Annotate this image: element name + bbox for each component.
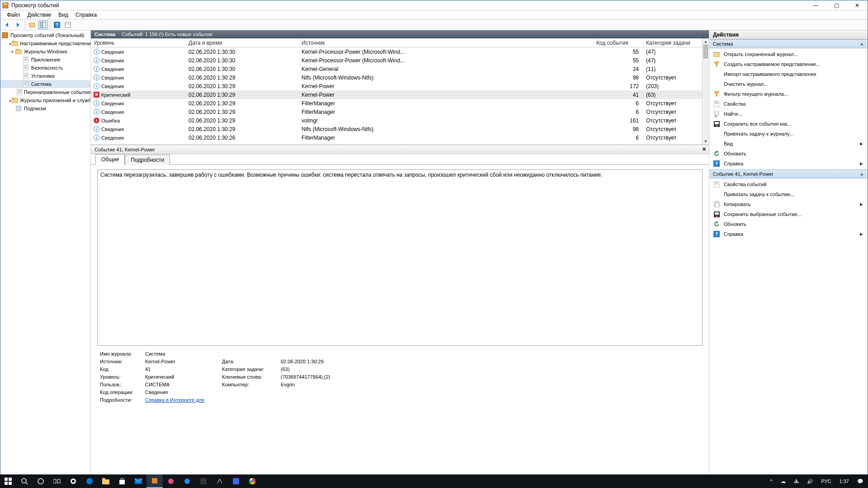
action-item[interactable]: Привязать задачу к событию...	[709, 189, 868, 199]
col-source[interactable]: Источник	[299, 38, 594, 47]
tree-item[interactable]: Система	[0, 80, 90, 88]
action-item[interactable]: Импорт настраиваемого представления	[709, 69, 868, 79]
action-item[interactable]: Копировать▶	[709, 199, 868, 209]
action-item[interactable]: Очистить журнал...	[709, 79, 868, 89]
tray-language[interactable]: РУС	[819, 479, 834, 484]
taskbar-app-8[interactable]	[195, 474, 212, 488]
table-row[interactable]: !Ошибка02.06.2020 1:30:29volmgr161Отсутс…	[91, 116, 702, 125]
menu-file[interactable]: Файл	[3, 11, 24, 19]
action-item[interactable]: Сохранить все события как...	[709, 119, 868, 129]
action-label: Обновить	[724, 221, 746, 227]
tray-network-icon[interactable]: 🖧	[791, 479, 802, 484]
maximize-button[interactable]: ▢	[826, 0, 847, 10]
action-item[interactable]: Свойства событий	[709, 179, 868, 189]
taskbar-chrome[interactable]	[244, 474, 260, 488]
action-label: Обновить	[724, 151, 746, 156]
actions-section-system[interactable]: Система ▲	[709, 39, 868, 48]
tree-item[interactable]: Безопасность	[0, 64, 90, 72]
close-button[interactable]: ✕	[847, 0, 868, 10]
tray-volume-icon[interactable]: 🔊	[804, 479, 816, 484]
action-item[interactable]: ?Справка▶	[709, 229, 868, 239]
tree-item[interactable]: ▾Журналы Windows	[0, 47, 90, 56]
tree-item[interactable]: Установка	[0, 72, 90, 80]
taskbar-store[interactable]	[114, 474, 130, 488]
action-item[interactable]: Создать настраиваемое представление...	[709, 59, 868, 69]
action-item[interactable]: Открыть сохраненный журнал...	[709, 49, 868, 59]
tree-root[interactable]: Просмотр событий (Локальный)	[0, 31, 90, 39]
svg-rect-14	[23, 56, 28, 63]
table-row[interactable]: iСведения02.06.2020 1:30:30Kernel-Proces…	[91, 56, 702, 65]
prop-label: Дата:	[222, 359, 276, 364]
search-button[interactable]	[16, 474, 33, 488]
taskbar-explorer[interactable]	[98, 474, 114, 488]
svg-rect-59	[5, 482, 8, 485]
tab-details[interactable]: Подробности	[125, 155, 170, 165]
action-item[interactable]: Свойства	[709, 99, 868, 109]
cortana-button[interactable]	[33, 474, 49, 488]
toolbar-help-button[interactable]: ?	[52, 20, 62, 29]
taskbar-app-1[interactable]	[65, 474, 81, 488]
taskview-button[interactable]	[49, 474, 65, 488]
action-item[interactable]: Обновить	[709, 219, 868, 229]
detail-close-button[interactable]: ✕	[702, 146, 706, 152]
actions-section-event[interactable]: Событие 41, Kernel-Power ▲	[709, 169, 868, 178]
col-datetime[interactable]: Дата и время	[186, 38, 299, 47]
col-code[interactable]: Код события	[594, 38, 643, 47]
action-item[interactable]: Сохранить выбранные события...	[709, 209, 868, 219]
table-row[interactable]: iСведения02.06.2020 1:30:29Ntfs (Microso…	[91, 73, 702, 82]
tree-item[interactable]: ▸Журналы приложений и служб	[0, 96, 90, 104]
menu-action[interactable]: Действие	[24, 11, 55, 19]
taskbar-edge[interactable]	[81, 474, 98, 488]
action-item[interactable]: Фильтр текущего журнала...	[709, 89, 868, 99]
taskbar-app-6[interactable]	[163, 474, 179, 488]
action-label: Свойства	[724, 101, 745, 107]
action-item[interactable]: Вид▶	[709, 139, 868, 149]
action-item[interactable]: Найти...	[709, 109, 868, 119]
taskbar-app-9[interactable]	[212, 474, 228, 488]
taskbar-app-active[interactable]	[146, 474, 163, 488]
tree-item[interactable]: Приложение	[0, 56, 90, 64]
table-row[interactable]: iСведения02.06.2020 1:30:29Ntfs (Microso…	[91, 125, 702, 133]
menu-view[interactable]: Вид	[55, 11, 72, 19]
tray-cloud-icon[interactable]: ☁	[778, 479, 788, 484]
action-item[interactable]: Привязать задачу к журналу...	[709, 129, 868, 139]
online-help-link[interactable]: Справка в Интернете для	[145, 397, 217, 403]
minimize-button[interactable]: —	[805, 0, 826, 10]
table-row[interactable]: iСведения02.06.2020 1:30:26FilterManager…	[91, 133, 702, 142]
forward-button[interactable]	[13, 20, 23, 29]
toolbar-btn-1[interactable]	[27, 20, 37, 29]
tree-item[interactable]: ▸Настраиваемые представления	[0, 39, 90, 47]
table-row[interactable]: iСведения02.06.2020 1:30:30Kernel-Proces…	[91, 47, 702, 56]
action-item[interactable]: ?Справка▶	[709, 159, 868, 169]
tray-clock[interactable]: 1:37	[837, 479, 852, 484]
table-row[interactable]: iСведения02.06.2020 1:30:29FilterManager…	[91, 99, 702, 108]
folder-icon	[12, 97, 18, 103]
col-level[interactable]: Уровень	[91, 38, 186, 47]
table-row[interactable]: iСведения02.06.2020 1:30:29Kernel-Power1…	[91, 82, 702, 90]
taskbar-app-7[interactable]	[179, 474, 195, 488]
tab-general[interactable]: Общие	[95, 154, 125, 165]
grid-vertical-scrollbar[interactable]: ▲▼	[702, 38, 709, 145]
toolbar-btn-4[interactable]	[63, 20, 73, 29]
back-button[interactable]	[2, 20, 12, 29]
prop-label: Компьютер:	[222, 382, 276, 387]
action-item[interactable]: Обновить	[709, 149, 868, 159]
menu-help[interactable]: Справка	[72, 11, 100, 19]
start-button[interactable]	[0, 474, 16, 488]
table-row[interactable]: iСведения02.06.2020 1:30:30Kernel-Genera…	[91, 65, 702, 73]
table-row[interactable]: iСведения02.06.2020 1:30:29FilterManager…	[91, 108, 702, 116]
cell-code: 55	[594, 49, 643, 55]
taskbar-app-10[interactable]	[228, 474, 244, 488]
col-category[interactable]: Категория задачи	[643, 38, 702, 47]
event-properties: Имя журнала: Система Источник: Kernel-Po…	[97, 349, 703, 404]
prop-icon	[713, 181, 720, 188]
toolbar-btn-2[interactable]	[38, 20, 48, 29]
expand-icon[interactable]: ▾	[9, 49, 15, 54]
action-label: Импорт настраиваемого представления	[724, 71, 816, 77]
tree-item[interactable]: Перенаправленные события	[0, 88, 90, 96]
table-row[interactable]: ✖Критический02.06.2020 1:30:29Kernel-Pow…	[91, 90, 702, 99]
tray-expand-icon[interactable]: ^	[767, 479, 775, 484]
tree-item[interactable]: Подписки	[0, 104, 90, 113]
taskbar-mail[interactable]	[130, 474, 146, 488]
tray-notifications-icon[interactable]: 💬	[854, 479, 866, 484]
